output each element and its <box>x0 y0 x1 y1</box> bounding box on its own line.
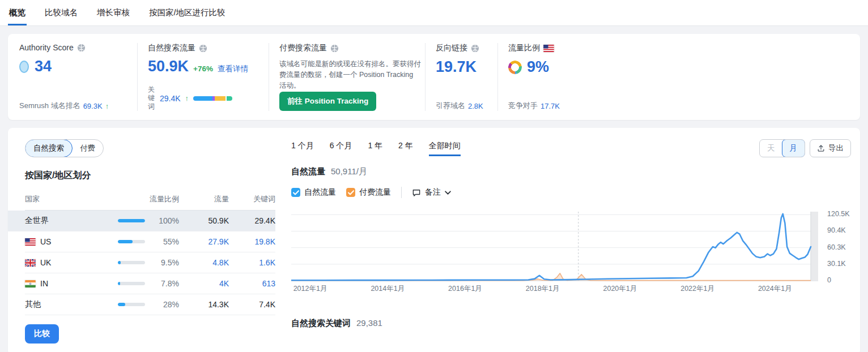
authority-score-title: Authority Score <box>19 43 74 52</box>
share-percent: 7.8% <box>145 279 179 288</box>
toggle-organic[interactable]: 自然搜索 <box>25 139 73 157</box>
traffic-value[interactable]: 27.9K <box>179 237 229 246</box>
legend-paid-checkbox[interactable]: 付费流量 <box>346 187 391 198</box>
notes-dropdown[interactable]: 备注 <box>412 187 451 198</box>
backlinks-title: 反向链接 <box>436 43 467 53</box>
legend-paid-label: 付费流量 <box>359 187 391 198</box>
organic-keywords-value: 29,381 <box>356 318 382 328</box>
notes-label: 备注 <box>425 187 441 198</box>
info-icon[interactable] <box>199 44 207 53</box>
ref-domains-value[interactable]: 2.8K <box>468 102 483 110</box>
organic-traffic-title: 自然搜索流量 <box>148 43 195 53</box>
col-traffic: 流量 <box>179 194 229 204</box>
keywords-count[interactable]: 29.4K <box>160 94 181 103</box>
us-flag-icon <box>543 45 554 52</box>
tab-compare-domains[interactable]: 比较域名 <box>44 1 79 25</box>
legend-organic-checkbox[interactable]: 自然流量 <box>291 187 336 198</box>
tab-overview[interactable]: 概览 <box>8 1 27 25</box>
competitors-label: 竞争对手 <box>508 101 538 111</box>
traffic-trend-chart[interactable]: 030.1K60.3K90.4K120.5K 2012年1月2014年1月201… <box>291 209 851 294</box>
traffic-share-title: 流量比例 <box>508 43 540 53</box>
traffic-share-value: 9% <box>527 58 549 76</box>
traffic-value[interactable]: 4.8K <box>179 258 229 267</box>
traffic-trend-panel: 1 个月 6 个月 1 年 2 年 全部时间 天 月 导出 <box>291 139 851 344</box>
authority-score-section: Authority Score 34 Semrush 域名排名 69.3K ↑ <box>19 43 137 111</box>
tab-compare-by-country[interactable]: 按国家/地区进行比较 <box>148 1 227 25</box>
share-bar <box>118 219 145 222</box>
info-icon[interactable] <box>77 44 86 52</box>
chart-y-axis-labels: 030.1K60.3K90.4K120.5K <box>823 209 857 282</box>
share-bar <box>118 240 145 243</box>
traffic-detail-card: 自然搜索 付费 按国家/地区划分 国家 流量比例 流量 关键词 全世界100%5… <box>8 128 860 352</box>
metrics-summary-card: Authority Score 34 Semrush 域名排名 69.3K ↑ … <box>8 34 860 120</box>
traffic-share-section: 流量比例 9% 竞争对手 17.7K <box>497 43 849 111</box>
toggle-paid[interactable]: 付费 <box>72 140 103 157</box>
info-icon[interactable] <box>330 44 339 53</box>
col-traffic-share: 流量比例 <box>145 194 179 204</box>
granularity-month[interactable]: 月 <box>782 139 806 157</box>
table-row-us[interactable]: US55%27.9K19.8K <box>25 231 275 252</box>
chevron-down-icon <box>445 191 451 195</box>
tab-1-month[interactable]: 1 个月 <box>291 141 314 156</box>
paid-traffic-title: 付费搜索流量 <box>279 43 327 53</box>
authority-gauge-icon <box>19 61 29 73</box>
table-row-in[interactable]: IN7.8%4K613 <box>25 273 275 294</box>
country-name: 全世界 <box>25 216 49 226</box>
share-percent: 100% <box>145 216 179 225</box>
share-percent: 9.5% <box>145 258 179 267</box>
tab-2-years[interactable]: 2 年 <box>398 141 413 156</box>
granularity-day[interactable]: 天 <box>760 140 782 157</box>
checkbox-checked-icon <box>346 188 355 197</box>
country-name: 其他 <box>25 299 41 310</box>
tab-all-time[interactable]: 全部时间 <box>429 141 461 156</box>
compare-button[interactable]: 比较 <box>25 324 59 344</box>
organic-traffic-chart-title: 自然流量 <box>291 166 325 177</box>
keywords-value[interactable]: 613 <box>229 279 275 288</box>
overview-tabbar: 概览 比较域名 增长审核 按国家/地区进行比较 <box>0 0 868 26</box>
traffic-type-toggle: 自然搜索 付费 <box>25 139 104 157</box>
share-percent: 55% <box>145 237 179 246</box>
share-bar <box>118 282 145 285</box>
tab-1-year[interactable]: 1 年 <box>368 141 382 156</box>
uk-flag-icon <box>25 259 36 267</box>
keywords-label: 关键词 <box>148 85 155 111</box>
view-details-link[interactable]: 查看详情 <box>218 64 248 74</box>
us-flag-icon <box>25 238 36 246</box>
country-name: IN <box>40 279 48 288</box>
divider <box>401 187 402 198</box>
upload-icon <box>817 144 825 152</box>
tab-6-months[interactable]: 6 个月 <box>330 141 352 156</box>
organic-traffic-section: 自然搜索流量 50.9K +76% 查看详情 关键词 29.4K ↑ <box>137 43 269 111</box>
legend-organic-label: 自然流量 <box>304 187 336 198</box>
keywords-value: 29.4K <box>229 216 275 225</box>
traffic-share-donut-icon <box>508 61 522 74</box>
table-row-uk[interactable]: UK9.5%4.8K1.6K <box>25 252 275 273</box>
tab-growth-audit[interactable]: 增长审核 <box>96 1 131 25</box>
traffic-value: 50.9K <box>179 216 229 225</box>
granularity-toggle: 天 月 <box>759 139 805 157</box>
competitors-value[interactable]: 17.7K <box>541 102 560 110</box>
table-row-r0[interactable]: 全世界100%50.9K29.4K <box>8 211 275 231</box>
traffic-value: 14.3K <box>179 300 229 309</box>
keywords-value[interactable]: 1.6K <box>229 258 275 267</box>
table-row-r4[interactable]: 其他28%14.3K7.4K <box>25 294 275 315</box>
position-tracking-button[interactable]: 前往 Position Tracking <box>279 92 376 111</box>
checkbox-checked-icon <box>291 188 300 197</box>
organic-traffic-delta: +76% <box>193 65 213 73</box>
paid-traffic-section: 付费搜索流量 该域名可能是新的或现在没有排名。要获得付费流量的数据，创建一个 P… <box>269 43 425 111</box>
keywords-value: 7.4K <box>229 300 275 309</box>
in-flag-icon <box>25 280 36 287</box>
backlinks-value: 19.7K <box>436 58 487 76</box>
up-arrow-icon: ↑ <box>185 94 189 102</box>
domain-rank-value[interactable]: 69.3K <box>83 102 103 110</box>
keyword-intent-bar <box>193 96 232 101</box>
info-icon[interactable] <box>471 44 479 53</box>
chart-x-axis-labels: 2012年1月2014年1月2016年1月2018年1月2020年1月2022年… <box>291 284 818 294</box>
keywords-value[interactable]: 19.8K <box>229 237 275 246</box>
country-table-header: 国家 流量比例 流量 关键词 <box>25 190 275 211</box>
traffic-value[interactable]: 4K <box>179 279 229 288</box>
country-name: US <box>40 237 51 246</box>
up-arrow-icon: ↑ <box>105 102 109 110</box>
export-button[interactable]: 导出 <box>810 139 851 157</box>
share-percent: 28% <box>145 300 179 309</box>
